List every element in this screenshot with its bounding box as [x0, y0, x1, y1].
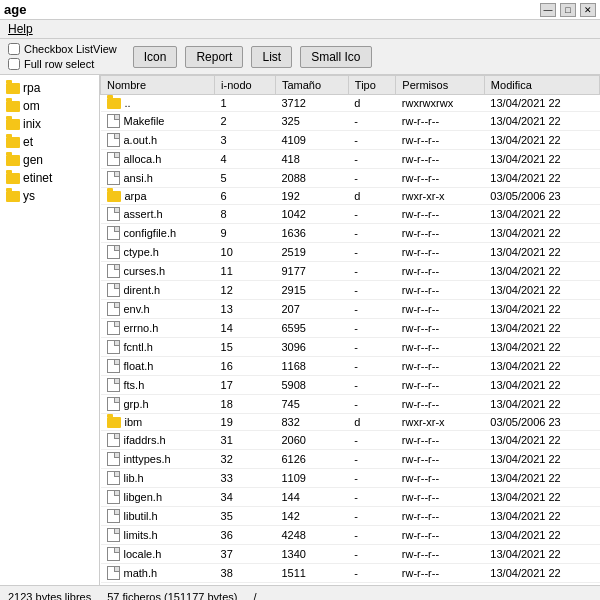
col-tamano[interactable]: Tamaño: [275, 76, 348, 95]
view-icon-button[interactable]: Icon: [133, 46, 178, 68]
table-row[interactable]: libgen.h34144-rw-r--r--13/04/2021 22: [101, 488, 600, 507]
cell-name: ansi.h: [101, 169, 215, 188]
cell-date: 13/04/2021 22: [484, 376, 599, 395]
file-icon: [107, 245, 120, 259]
menu-item-help[interactable]: Help: [4, 21, 37, 37]
table-row[interactable]: arpa6192drwxr-xr-x03/05/2006 23: [101, 188, 600, 205]
table-row[interactable]: ..13712drwxrwxrwx13/04/2021 22: [101, 95, 600, 112]
table-row[interactable]: ifaddrs.h312060-rw-r--r--13/04/2021 22: [101, 431, 600, 450]
cell-date: 13/04/2021 22: [484, 526, 599, 545]
file-icon: [107, 302, 120, 316]
cell-inode: 5: [215, 169, 276, 188]
table-row[interactable]: fcntl.h153096-rw-r--r--13/04/2021 22: [101, 338, 600, 357]
title-bar: age — □ ✕: [0, 0, 600, 20]
table-row[interactable]: float.h161168-rw-r--r--13/04/2021 22: [101, 357, 600, 376]
checkbox-fullrow[interactable]: [8, 58, 20, 70]
checkbox-fullrow-label[interactable]: Full row select: [8, 58, 117, 70]
cell-inode: 11: [215, 262, 276, 281]
cell-date: 13/04/2021 22: [484, 338, 599, 357]
cell-perms: rw-r--r--: [396, 150, 485, 169]
table-row[interactable]: ansi.h52088-rw-r--r--13/04/2021 22: [101, 169, 600, 188]
cell-size: 1042: [275, 205, 348, 224]
table-row[interactable]: fts.h175908-rw-r--r--13/04/2021 22: [101, 376, 600, 395]
cell-date: 13/04/2021 22: [484, 300, 599, 319]
toolbar: Checkbox ListView Full row select Icon R…: [0, 39, 600, 75]
cell-name: env.h: [101, 300, 215, 319]
file-table: Nombre i-nodo Tamaño Tipo Permisos Modif…: [100, 75, 600, 583]
cell-size: 2088: [275, 169, 348, 188]
table-row[interactable]: errno.h146595-rw-r--r--13/04/2021 22: [101, 319, 600, 338]
cell-name: libgen.h: [101, 488, 215, 507]
cell-size: 144: [275, 488, 348, 507]
col-tipo[interactable]: Tipo: [348, 76, 396, 95]
file-list[interactable]: Nombre i-nodo Tamaño Tipo Permisos Modif…: [100, 75, 600, 585]
table-row[interactable]: ibm19832drwxr-xr-x03/05/2006 23: [101, 414, 600, 431]
sidebar-item-inix[interactable]: inix: [2, 115, 97, 133]
file-count: 57 ficheros (151177 bytes): [107, 591, 237, 601]
cell-size: 5908: [275, 376, 348, 395]
folder-icon: [6, 137, 20, 148]
cell-date: 13/04/2021 22: [484, 488, 599, 507]
table-row[interactable]: ctype.h102519-rw-r--r--13/04/2021 22: [101, 243, 600, 262]
table-row[interactable]: Makefile2325-rw-r--r--13/04/2021 22: [101, 112, 600, 131]
table-row[interactable]: alloca.h4418-rw-r--r--13/04/2021 22: [101, 150, 600, 169]
cell-date: 13/04/2021 22: [484, 169, 599, 188]
cell-size: 1168: [275, 357, 348, 376]
cell-perms: rw-r--r--: [396, 131, 485, 150]
cell-inode: 36: [215, 526, 276, 545]
col-nombre[interactable]: Nombre: [101, 76, 215, 95]
maximize-button[interactable]: □: [560, 3, 576, 17]
table-row[interactable]: libutil.h35142-rw-r--r--13/04/2021 22: [101, 507, 600, 526]
title-controls: — □ ✕: [540, 3, 596, 17]
file-icon: [107, 152, 120, 166]
folder-icon: [107, 98, 121, 109]
col-modifica[interactable]: Modifica: [484, 76, 599, 95]
close-button[interactable]: ✕: [580, 3, 596, 17]
table-row[interactable]: configfile.h91636-rw-r--r--13/04/2021 22: [101, 224, 600, 243]
cell-perms: rw-r--r--: [396, 300, 485, 319]
cell-date: 13/04/2021 22: [484, 319, 599, 338]
cell-size: 9177: [275, 262, 348, 281]
checkbox-listview[interactable]: [8, 43, 20, 55]
table-row[interactable]: curses.h119177-rw-r--r--13/04/2021 22: [101, 262, 600, 281]
col-permisos[interactable]: Permisos: [396, 76, 485, 95]
main-content: rpa om inix et gen etinet ys: [0, 75, 600, 585]
table-row[interactable]: dirent.h122915-rw-r--r--13/04/2021 22: [101, 281, 600, 300]
cell-type: -: [348, 564, 396, 583]
col-inode[interactable]: i-nodo: [215, 76, 276, 95]
sidebar-item-et[interactable]: et: [2, 133, 97, 151]
table-row[interactable]: lib.h331109-rw-r--r--13/04/2021 22: [101, 469, 600, 488]
table-row[interactable]: a.out.h34109-rw-r--r--13/04/2021 22: [101, 131, 600, 150]
cell-date: 13/04/2021 22: [484, 262, 599, 281]
cell-inode: 18: [215, 395, 276, 414]
table-row[interactable]: inttypes.h326126-rw-r--r--13/04/2021 22: [101, 450, 600, 469]
checkbox-listview-label[interactable]: Checkbox ListView: [8, 43, 117, 55]
table-row[interactable]: assert.h81042-rw-r--r--13/04/2021 22: [101, 205, 600, 224]
sidebar-item-gen[interactable]: gen: [2, 151, 97, 169]
table-row[interactable]: grp.h18745-rw-r--r--13/04/2021 22: [101, 395, 600, 414]
cell-type: -: [348, 112, 396, 131]
sidebar-item-om[interactable]: om: [2, 97, 97, 115]
cell-date: 13/04/2021 22: [484, 281, 599, 300]
file-icon: [107, 359, 120, 373]
folder-icon: [6, 155, 20, 166]
sidebar-item-rpa[interactable]: rpa: [2, 79, 97, 97]
table-row[interactable]: math.h381511-rw-r--r--13/04/2021 22: [101, 564, 600, 583]
cell-size: 4109: [275, 131, 348, 150]
cell-perms: rw-r--r--: [396, 545, 485, 564]
minimize-button[interactable]: —: [540, 3, 556, 17]
cell-perms: rw-r--r--: [396, 469, 485, 488]
table-row[interactable]: limits.h364248-rw-r--r--13/04/2021 22: [101, 526, 600, 545]
cell-name: float.h: [101, 357, 215, 376]
sidebar-item-ys[interactable]: ys: [2, 187, 97, 205]
view-list-button[interactable]: List: [251, 46, 292, 68]
view-smallicon-button[interactable]: Small Ico: [300, 46, 371, 68]
table-row[interactable]: locale.h371340-rw-r--r--13/04/2021 22: [101, 545, 600, 564]
cell-date: 13/04/2021 22: [484, 205, 599, 224]
app-title: age: [4, 2, 26, 17]
cell-perms: rw-r--r--: [396, 112, 485, 131]
sidebar-item-etinet[interactable]: etinet: [2, 169, 97, 187]
table-row[interactable]: env.h13207-rw-r--r--13/04/2021 22: [101, 300, 600, 319]
cell-date: 13/04/2021 22: [484, 395, 599, 414]
view-report-button[interactable]: Report: [185, 46, 243, 68]
